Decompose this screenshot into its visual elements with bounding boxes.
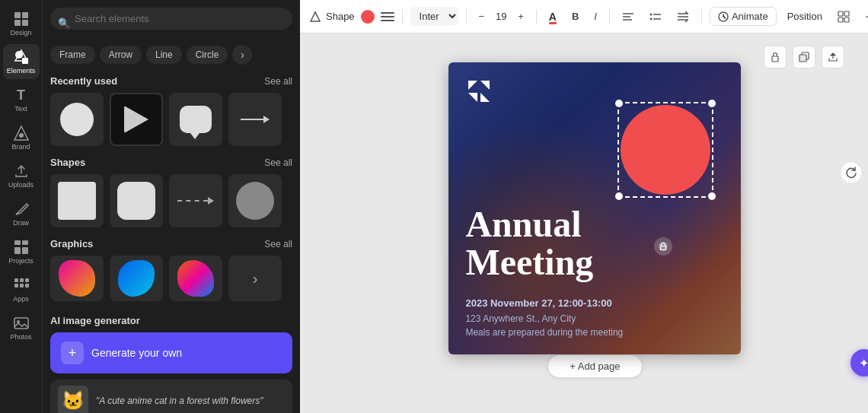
sidebar-label-design: Design	[10, 29, 31, 37]
circle-element	[60, 103, 94, 136]
rotate-handle[interactable]	[840, 161, 863, 184]
graphic-3[interactable]	[169, 256, 222, 301]
graphic-1[interactable]	[50, 256, 104, 301]
italic-button[interactable]: I	[589, 8, 602, 25]
shape-color-swatch[interactable]	[361, 10, 375, 24]
text-color-button[interactable]: A	[544, 8, 561, 26]
graphic-2[interactable]	[110, 256, 163, 301]
brand-icon	[13, 125, 30, 141]
filter-more[interactable]: ›	[232, 45, 252, 65]
svg-rect-13	[20, 278, 24, 282]
sidebar-label-elements: Elements	[7, 67, 36, 75]
sidebar-item-projects[interactable]: Projects	[3, 234, 40, 269]
filter-line[interactable]: Line	[146, 46, 182, 64]
recently-used-row	[50, 93, 292, 146]
square-shape	[58, 182, 96, 220]
poster-canvas[interactable]: Annual Meeting 2023 November 27, 12:00-1…	[448, 62, 741, 354]
poster-title-line2: Meeting	[465, 242, 593, 282]
shapes-see-all[interactable]: See all	[264, 157, 292, 168]
filter-arrow[interactable]: Arrow	[100, 46, 142, 64]
filter-pills: Frame Arrow Line Circle ›	[50, 45, 292, 65]
line2	[381, 16, 394, 17]
graphics-see-all[interactable]: See all	[264, 239, 292, 249]
sidebar-label-photos: Photos	[10, 333, 31, 341]
font-size-increase[interactable]: +	[513, 8, 528, 25]
poster-content: Annual Meeting 2023 November 27, 12:00-1…	[448, 62, 741, 354]
svg-rect-9	[22, 240, 28, 245]
shape-rounded-thumb[interactable]	[110, 174, 163, 227]
poster-date: 2023 November 27, 12:00-13:00	[465, 297, 724, 309]
divider-1	[402, 9, 403, 24]
magic-button[interactable]: ✦	[850, 349, 868, 376]
copy-canvas-icon[interactable]	[793, 46, 815, 68]
svg-rect-8	[14, 240, 21, 245]
recently-used-title: Recently used	[50, 75, 117, 87]
grid-button[interactable]	[833, 8, 854, 26]
svg-rect-37	[799, 55, 806, 62]
shape-tool-icon	[309, 11, 321, 23]
poster-logo	[465, 78, 724, 108]
sidebar-item-draw[interactable]: Draw	[3, 196, 40, 231]
sidebar-label-brand: Brand	[11, 143, 30, 151]
sidebar-item-elements[interactable]: Elements	[3, 44, 40, 79]
sidebar-item-design[interactable]: Design	[3, 6, 40, 41]
recently-used-see-all[interactable]: See all	[264, 76, 292, 87]
sidebar-item-photos[interactable]: Photos	[3, 310, 40, 345]
align-left-button[interactable]	[617, 8, 639, 26]
blob-graphic-2	[118, 260, 155, 297]
copy-icon	[799, 52, 809, 62]
recently-used-speech[interactable]	[169, 93, 222, 146]
shape-square-thumb[interactable]	[50, 174, 104, 227]
divider-4	[609, 9, 610, 24]
svg-rect-34	[844, 17, 849, 22]
sidebar-item-uploads[interactable]: Uploads	[3, 158, 40, 193]
sidebar-item-text[interactable]: T Text	[3, 82, 40, 117]
stroke-icon[interactable]	[381, 11, 394, 22]
canvas-wrapper: Annual Meeting 2023 November 27, 12:00-1…	[300, 33, 868, 413]
more-options-button[interactable]: ···	[860, 7, 868, 26]
graphic-more[interactable]: ›	[228, 256, 282, 301]
line3	[381, 20, 394, 21]
lock-icon	[770, 52, 780, 62]
animate-button[interactable]: Animate	[710, 7, 777, 26]
filter-frame[interactable]: Frame	[50, 46, 95, 64]
speech-bubble-element	[180, 106, 212, 133]
svg-rect-1	[22, 12, 28, 18]
font-selector[interactable]: Inter	[410, 7, 458, 26]
uploads-icon	[13, 163, 30, 179]
filter-circle[interactable]: Circle	[187, 46, 228, 64]
recently-used-circle[interactable]	[50, 93, 104, 146]
search-input[interactable]	[50, 8, 292, 30]
poster-location-line2: Meals are prepared during the meeting	[465, 327, 623, 338]
ai-sample-item[interactable]: 🐱 "A cute anime cat in a forest with flo…	[50, 380, 292, 413]
dashed-arrow-element	[177, 197, 214, 205]
shape-half-circle-thumb[interactable]	[228, 174, 282, 227]
share-canvas-icon[interactable]	[822, 46, 844, 68]
svg-rect-2	[14, 20, 21, 26]
svg-rect-12	[14, 278, 18, 282]
elements-icon	[13, 49, 30, 65]
recently-used-arrow[interactable]	[228, 93, 282, 146]
svg-rect-3	[22, 20, 28, 26]
ai-sample-label: "A cute anime cat in a forest with flowe…	[96, 396, 263, 406]
graphics-title: Graphics	[50, 238, 93, 249]
sidebar-label-draw: Draw	[13, 219, 29, 227]
bold-button[interactable]: B	[567, 8, 583, 25]
position-button[interactable]: Position	[783, 8, 827, 25]
lock-canvas-icon[interactable]	[764, 46, 787, 68]
ai-generate-button[interactable]: + Generate your own	[50, 332, 292, 373]
divider-3	[536, 9, 537, 24]
svg-rect-15	[14, 284, 18, 288]
add-page-button[interactable]: + Add page	[547, 354, 642, 378]
spacing-button[interactable]	[672, 8, 694, 26]
recently-used-play[interactable]	[110, 93, 163, 146]
sidebar-item-brand[interactable]: Brand	[3, 120, 40, 155]
sidebar-item-apps[interactable]: Apps	[3, 272, 40, 307]
svg-point-25	[649, 17, 652, 20]
shape-dashed-arrow-thumb[interactable]	[169, 174, 222, 227]
arrow-element	[241, 116, 270, 123]
list-button[interactable]	[645, 8, 666, 26]
graphics-header: Graphics See all	[50, 238, 292, 249]
shapes-row	[50, 174, 292, 227]
font-size-decrease[interactable]: −	[474, 8, 490, 25]
